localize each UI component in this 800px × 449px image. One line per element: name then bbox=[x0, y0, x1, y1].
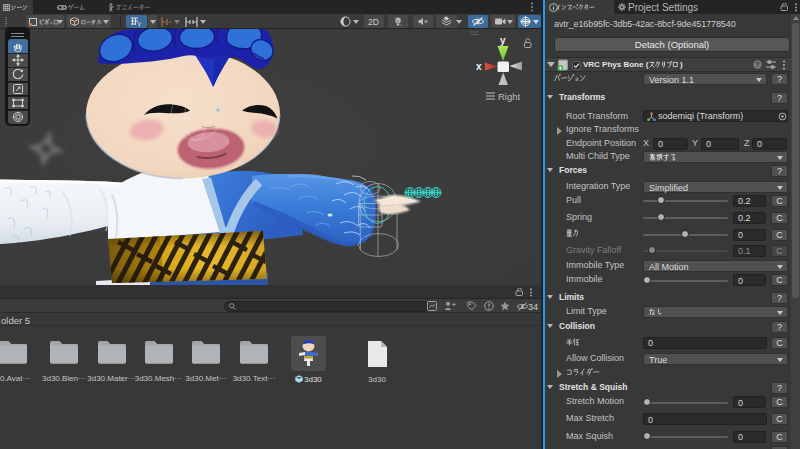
svg-text:Right: Right bbox=[498, 91, 521, 102]
svg-text:x: x bbox=[476, 61, 482, 72]
svg-text:y: y bbox=[500, 35, 506, 46]
svg-text:?: ? bbox=[756, 61, 760, 68]
svg-text:Y: Y bbox=[137, 21, 142, 27]
